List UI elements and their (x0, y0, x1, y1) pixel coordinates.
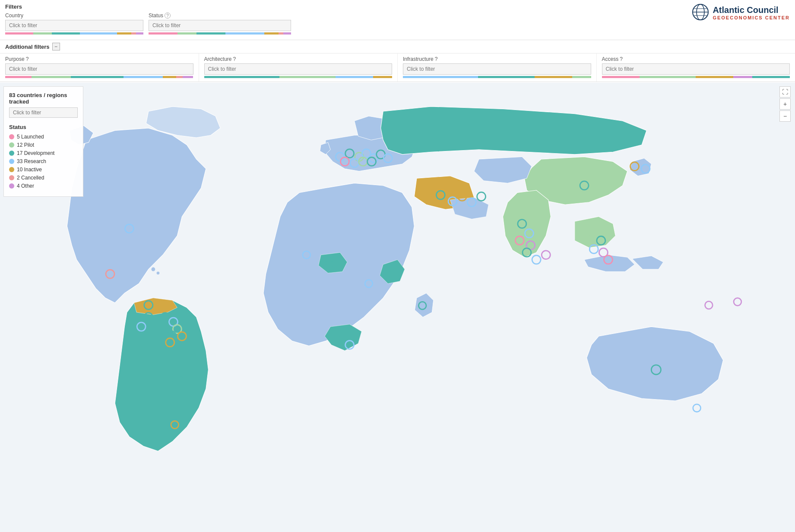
legend-status-title: Status (9, 124, 78, 130)
additional-filters-label: Additional filters (5, 44, 50, 50)
status-filter-input[interactable] (149, 20, 291, 31)
legend-item[interactable]: 4 Other (9, 183, 78, 189)
additional-filters-row: Additional filters − (0, 40, 795, 54)
legend-dot (9, 134, 14, 139)
zoom-out-button[interactable]: − (779, 110, 791, 122)
architecture-filter-input[interactable] (204, 63, 393, 75)
legend-label: 4 Other (17, 183, 34, 189)
architecture-label: Architecture ? (204, 56, 393, 62)
logo-area: Atlantic Council GEOECONOMICS CENTER (692, 3, 790, 22)
logo-main-text: Atlantic Council (713, 5, 790, 15)
access-label: Access ? (602, 56, 790, 62)
legend-label: 5 Launched (17, 134, 44, 140)
main-filter-row: Country Status ? (5, 13, 790, 35)
legend-item[interactable]: 5 Launched (9, 134, 78, 140)
legend-dot (9, 183, 14, 189)
status-filter-group: Status ? (149, 13, 291, 35)
logo-sub-text: GEOECONOMICS CENTER (713, 15, 790, 20)
purpose-label: Purpose ? (5, 56, 193, 62)
purpose-color-bar (5, 76, 193, 78)
svg-point-7 (157, 272, 160, 275)
purpose-filter-group: Purpose ? (0, 54, 199, 82)
infrastructure-help-icon: ? (435, 56, 438, 62)
legend-label: 17 Development (17, 150, 54, 156)
legend-label: 10 Inactive (17, 167, 42, 173)
status-label: Status ? (149, 13, 291, 19)
legend-dot (9, 159, 14, 164)
legend-dot (9, 167, 14, 172)
additional-filters-toggle[interactable]: − (52, 43, 60, 50)
tracked-count: 83 countries / regions tracked (9, 92, 78, 105)
legend-dot (9, 175, 14, 180)
logo-globe-icon (692, 3, 709, 22)
legend-item[interactable]: 2 Cancelled (9, 175, 78, 181)
filters-title: Filters (5, 3, 790, 10)
legend-label: 33 Research (17, 158, 46, 164)
country-color-bar (5, 32, 143, 35)
map-controls: ⛶ + − (779, 86, 791, 122)
filters-section: Filters Country Status ? (0, 0, 795, 40)
legend-dot (9, 151, 14, 156)
svg-point-6 (151, 268, 155, 271)
legend-items: 5 Launched12 Pilot17 Development33 Resea… (9, 134, 78, 189)
legend-panel: 83 countries / regions tracked Status 5 … (3, 86, 83, 197)
infrastructure-color-bar (403, 76, 591, 78)
infrastructure-label: Infrastructure ? (403, 56, 591, 62)
infrastructure-filter-input[interactable] (403, 63, 591, 75)
access-filter-group: Access ? (597, 54, 795, 82)
status-color-bar (149, 32, 291, 35)
world-map-svg (0, 82, 795, 532)
country-label: Country (5, 13, 143, 19)
status-help-icon: ? (165, 13, 171, 19)
legend-label: 2 Cancelled (17, 175, 44, 181)
country-filter-input[interactable] (5, 20, 143, 31)
purpose-filter-input[interactable] (5, 63, 193, 75)
access-filter-input[interactable] (602, 63, 790, 75)
infrastructure-filter-group: Infrastructure ? (398, 54, 597, 82)
legend-dot (9, 142, 14, 148)
legend-item[interactable]: 12 Pilot (9, 142, 78, 148)
architecture-color-bar (204, 76, 393, 78)
fullscreen-button[interactable]: ⛶ (779, 86, 791, 98)
architecture-filter-group: Architecture ? (199, 54, 398, 82)
legend-label: 12 Pilot (17, 142, 34, 148)
map-container (0, 82, 795, 532)
country-filter-group: Country (5, 13, 143, 35)
additional-filters-content: Purpose ? Architecture ? (0, 54, 795, 82)
architecture-help-icon: ? (233, 56, 236, 62)
zoom-in-button[interactable]: + (779, 98, 791, 110)
legend-item[interactable]: 33 Research (9, 158, 78, 164)
purpose-help-icon: ? (26, 56, 29, 62)
legend-item[interactable]: 17 Development (9, 150, 78, 156)
legend-filter-input[interactable] (9, 107, 78, 118)
legend-item[interactable]: 10 Inactive (9, 167, 78, 173)
main-area: 83 countries / regions tracked Status 5 … (0, 82, 795, 532)
access-color-bar (602, 76, 790, 78)
access-help-icon: ? (620, 56, 623, 62)
